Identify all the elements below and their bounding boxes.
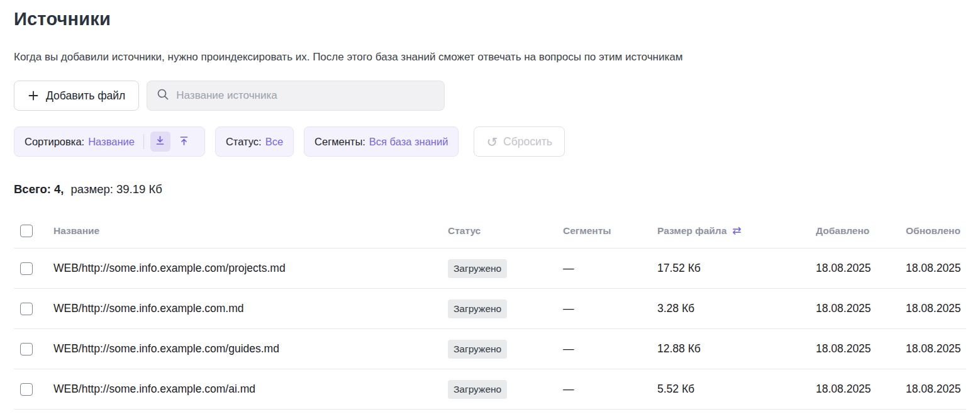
status-filter-chip[interactable]: Статус: Все	[215, 126, 294, 157]
reset-filters-button[interactable]: ↺ Сбросить	[474, 126, 564, 157]
file-size: 3.28 Кб	[657, 289, 816, 329]
status-badge: Загружено	[448, 340, 507, 359]
updated-date: 18.08.2025	[906, 329, 966, 369]
sort-value: Название	[88, 136, 135, 148]
sources-table: Название Статус Сегменты Размер файла ⇄ …	[14, 215, 966, 410]
filter-row: Сортировка: Название Статус: Все Сегмент…	[14, 126, 966, 157]
file-size: 12.88 Кб	[657, 329, 816, 369]
segments-value: —	[563, 369, 657, 410]
updated-date: 18.08.2025	[906, 369, 966, 410]
plus-icon	[28, 90, 39, 101]
source-name: WEB/http://some.info.example.com/ai.md	[53, 369, 448, 410]
table-row[interactable]: WEB/http://some.info.example.com/ai.md З…	[14, 369, 966, 410]
page-description: Когда вы добавили источники, нужно проин…	[14, 51, 966, 64]
status-filter-label: Статус:	[226, 136, 262, 148]
updated-date: 18.08.2025	[906, 249, 966, 289]
sort-ascending-button[interactable]	[174, 131, 194, 152]
table-header: Название Статус Сегменты Размер файла ⇄ …	[14, 215, 966, 249]
sort-descending-button[interactable]	[150, 131, 170, 152]
source-name: WEB/http://some.info.example.com/project…	[53, 249, 448, 289]
swap-sort-icon: ⇄	[732, 224, 741, 237]
sort-chip[interactable]: Сортировка: Название	[14, 126, 205, 157]
summary-size: размер: 39.19 Кб	[71, 182, 162, 196]
add-file-button[interactable]: Добавить файл	[14, 81, 139, 111]
added-date: 18.08.2025	[816, 329, 906, 369]
source-name: WEB/http://some.info.example.com/guides.…	[53, 329, 448, 369]
updated-date: 18.08.2025	[906, 289, 966, 329]
file-size: 17.52 Кб	[657, 249, 816, 289]
column-header-added: Добавлено	[816, 215, 906, 249]
column-header-name: Название	[53, 215, 448, 249]
toolbar: Добавить файл	[14, 81, 966, 111]
reset-icon: ↺	[486, 135, 498, 148]
search-icon	[157, 88, 169, 103]
source-name: WEB/http://some.info.example.com.md	[53, 289, 448, 329]
row-checkbox[interactable]	[20, 343, 33, 355]
row-checkbox[interactable]	[20, 303, 33, 315]
segments-value: —	[563, 329, 657, 369]
search-box	[147, 81, 445, 111]
segments-filter-label: Сегменты:	[315, 136, 365, 148]
table-body: WEB/http://some.info.example.com/project…	[14, 249, 966, 410]
column-header-size: Размер файла ⇄	[657, 215, 816, 249]
table-row[interactable]: WEB/http://some.info.example.com/project…	[14, 249, 966, 289]
summary-line: Всего: 4, размер: 39.19 Кб	[14, 182, 966, 196]
column-header-updated: Обновлено	[906, 215, 966, 249]
column-header-size-label: Размер файла	[657, 225, 727, 237]
status-badge: Загружено	[448, 259, 507, 278]
chip-divider	[143, 134, 144, 149]
segments-filter-value: Вся база знаний	[369, 136, 448, 148]
added-date: 18.08.2025	[816, 369, 906, 410]
size-sort-control[interactable]: Размер файла ⇄	[657, 224, 742, 237]
segments-value: —	[563, 289, 657, 329]
status-filter-value: Все	[265, 136, 283, 148]
search-input[interactable]	[176, 89, 435, 102]
segments-filter-chip[interactable]: Сегменты: Вся база знаний	[304, 126, 459, 157]
table-row[interactable]: WEB/http://some.info.example.com/guides.…	[14, 329, 966, 369]
sort-label: Сортировка:	[25, 136, 84, 148]
file-size: 5.52 Кб	[657, 369, 816, 410]
summary-total: Всего: 4,	[14, 182, 64, 196]
added-date: 18.08.2025	[816, 289, 906, 329]
row-checkbox[interactable]	[20, 383, 33, 396]
sources-page: Источники Когда вы добавили источники, н…	[0, 9, 980, 410]
reset-label: Сбросить	[503, 135, 552, 148]
select-all-checkbox[interactable]	[20, 225, 33, 237]
sort-ascending-icon	[179, 135, 189, 148]
column-header-segments: Сегменты	[563, 215, 657, 249]
segments-value: —	[563, 249, 657, 289]
table-row[interactable]: WEB/http://some.info.example.com.md Загр…	[14, 289, 966, 329]
status-badge: Загружено	[448, 380, 507, 399]
sort-descending-icon	[155, 135, 165, 148]
add-file-label: Добавить файл	[46, 89, 125, 103]
status-badge: Загружено	[448, 299, 507, 318]
added-date: 18.08.2025	[816, 249, 906, 289]
column-header-status: Статус	[448, 215, 563, 249]
row-checkbox[interactable]	[20, 262, 33, 275]
page-title: Источники	[14, 9, 966, 30]
